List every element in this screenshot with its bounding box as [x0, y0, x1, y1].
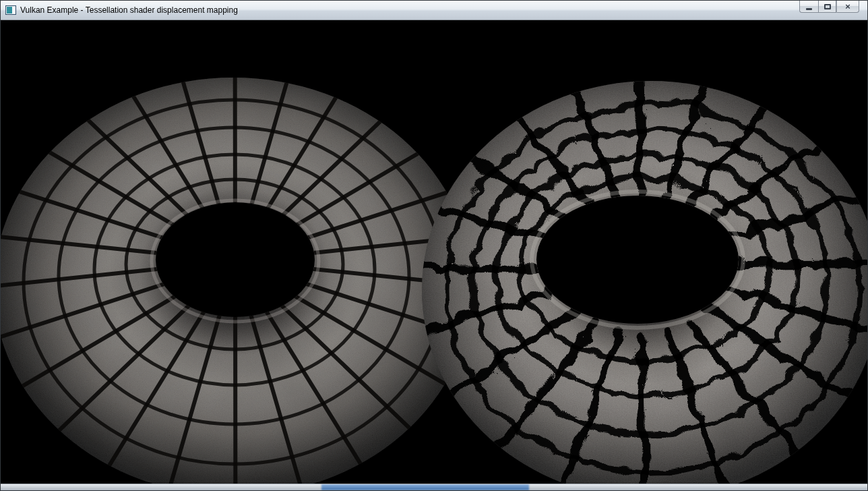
titlebar[interactable]: Vulkan Example - Tessellation shader dis…: [1, 1, 867, 20]
torus-right-render: [405, 80, 867, 484]
app-icon: [5, 5, 16, 16]
window-controls: ×: [799, 1, 859, 13]
maximize-icon: [824, 4, 831, 9]
vulkan-example-icon: [5, 5, 16, 16]
window-title: Vulkan Example - Tessellation shader dis…: [20, 5, 238, 15]
maximize-button[interactable]: [818, 1, 836, 13]
taskbar-glimpse: [321, 484, 530, 490]
close-icon: ×: [845, 2, 850, 11]
app-window: Vulkan Example - Tessellation shader dis…: [0, 0, 868, 491]
minimize-button[interactable]: [799, 1, 818, 13]
close-button[interactable]: ×: [836, 1, 859, 13]
window-bottom-border: [1, 484, 867, 490]
minimize-icon: [806, 8, 812, 10]
render-viewport[interactable]: [1, 20, 867, 484]
